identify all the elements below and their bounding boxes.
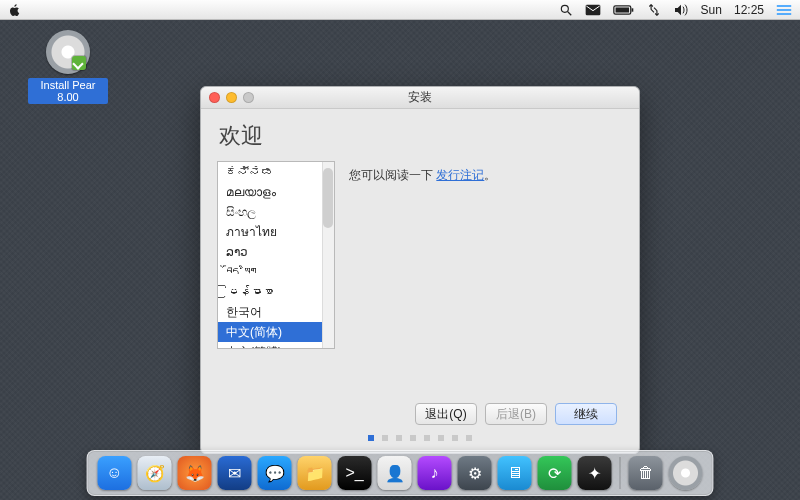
- dock-app-terminal[interactable]: >_: [338, 456, 372, 490]
- page-dot[interactable]: [466, 435, 472, 441]
- dock-trash[interactable]: 🗑: [629, 456, 663, 490]
- volume-icon[interactable]: [673, 3, 689, 17]
- language-option[interactable]: 中文(简体): [218, 322, 334, 342]
- page-dot[interactable]: [382, 435, 388, 441]
- menubar: Sun 12:25: [0, 0, 800, 20]
- zoom-button[interactable]: [243, 92, 254, 103]
- language-option[interactable]: မြန်မာစာ: [218, 282, 334, 302]
- dock-app-music[interactable]: ♪: [418, 456, 452, 490]
- svg-line-1: [567, 11, 571, 15]
- svg-rect-4: [631, 8, 633, 11]
- dock-app-safari[interactable]: 🧭: [138, 456, 172, 490]
- svg-rect-2: [585, 4, 600, 15]
- language-option[interactable]: ລາວ: [218, 242, 334, 262]
- close-button[interactable]: [209, 92, 220, 103]
- quit-button[interactable]: 退出(Q): [415, 403, 477, 425]
- dock-disc-icon[interactable]: [669, 456, 703, 490]
- apple-menu-icon[interactable]: [8, 3, 22, 17]
- page-dot[interactable]: [396, 435, 402, 441]
- window-title: 安装: [201, 89, 639, 106]
- dock-app-monitor[interactable]: 🖥: [498, 456, 532, 490]
- page-dot[interactable]: [368, 435, 374, 441]
- continue-button[interactable]: 继续: [555, 403, 617, 425]
- language-option[interactable]: සිංහල: [218, 202, 334, 222]
- language-option[interactable]: 한국어: [218, 302, 334, 322]
- language-option[interactable]: བོད་ཡིག: [218, 262, 334, 282]
- disc-icon: [46, 30, 90, 74]
- svg-rect-5: [615, 7, 629, 12]
- svg-point-0: [561, 5, 568, 12]
- menu-list-icon[interactable]: [776, 4, 792, 16]
- page-indicator: [217, 435, 623, 441]
- dock-app-settings[interactable]: ⚙: [458, 456, 492, 490]
- page-dot[interactable]: [424, 435, 430, 441]
- page-dot[interactable]: [410, 435, 416, 441]
- dock-app-firefox[interactable]: 🦊: [178, 456, 212, 490]
- installer-window: 安装 欢迎 ಕನ್ನಡമലയാളംසිංහලภาษาไทยລາວབོད་ཡིགမ…: [200, 86, 640, 454]
- desktop-icon-label: Install Pear 8.00: [28, 78, 108, 104]
- language-option[interactable]: ಕನ್ನಡ: [218, 162, 334, 182]
- network-icon[interactable]: [647, 3, 661, 17]
- dock: ☺🧭🦊✉💬📁>_👤♪⚙🖥⟳✦🗑: [87, 450, 714, 496]
- dock-app-thunderbird[interactable]: ✉: [218, 456, 252, 490]
- dock-separator: [620, 457, 621, 489]
- language-listbox[interactable]: ಕನ್ನಡമലയാളംසිංහලภาษาไทยລາວབོད་ཡིགမြန်မာစ…: [217, 161, 335, 349]
- dock-app-finder[interactable]: ☺: [98, 456, 132, 490]
- dock-app-files[interactable]: 📁: [298, 456, 332, 490]
- dock-app-tweaks[interactable]: ✦: [578, 456, 612, 490]
- info-text: 您可以阅读一下 发行注记。: [349, 161, 623, 395]
- scrollbar[interactable]: [322, 162, 334, 348]
- mail-icon[interactable]: [585, 4, 601, 16]
- scrollbar-thumb[interactable]: [323, 168, 333, 228]
- dock-app-update[interactable]: ⟳: [538, 456, 572, 490]
- welcome-heading: 欢迎: [219, 121, 623, 151]
- back-button[interactable]: 后退(B): [485, 403, 547, 425]
- minimize-button[interactable]: [226, 92, 237, 103]
- page-dot[interactable]: [452, 435, 458, 441]
- language-option[interactable]: മലയാളം: [218, 182, 334, 202]
- desktop-installer-icon[interactable]: Install Pear 8.00: [28, 30, 108, 104]
- titlebar[interactable]: 安装: [201, 87, 639, 109]
- search-icon[interactable]: [559, 3, 573, 17]
- dock-app-contacts[interactable]: 👤: [378, 456, 412, 490]
- clock-day[interactable]: Sun: [701, 3, 722, 17]
- language-option[interactable]: 中文(繁體): [218, 342, 334, 349]
- battery-icon[interactable]: [613, 4, 635, 16]
- release-notes-link[interactable]: 发行注记: [436, 168, 484, 182]
- page-dot[interactable]: [438, 435, 444, 441]
- dock-app-chat[interactable]: 💬: [258, 456, 292, 490]
- clock-time[interactable]: 12:25: [734, 3, 764, 17]
- language-option[interactable]: ภาษาไทย: [218, 222, 334, 242]
